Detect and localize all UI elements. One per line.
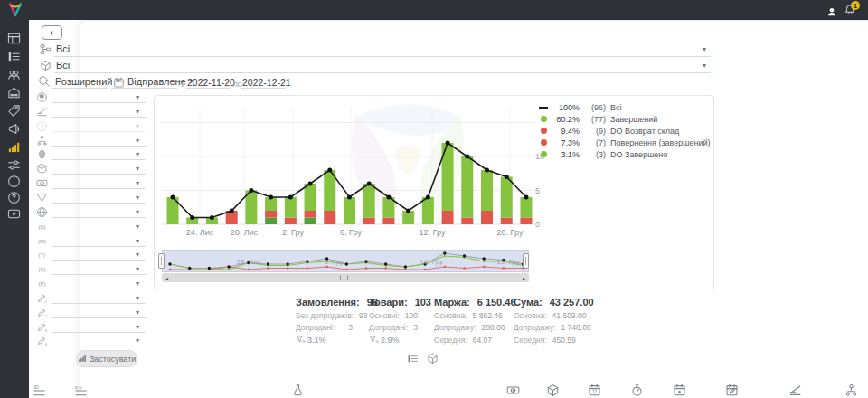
- notification-badge: 1: [851, 1, 860, 10]
- filter-row-pencil-3: 3▾: [34, 320, 147, 335]
- legend-dot-swatch: [538, 139, 549, 146]
- dashboard-icon[interactable]: [7, 32, 22, 46]
- filter-input-underline[interactable]: [52, 188, 146, 189]
- y-tick-label: 0: [535, 220, 540, 229]
- product-filter-value[interactable]: Всі: [56, 60, 70, 71]
- upsell-rate-icon: %: [369, 335, 379, 345]
- calendar-edit-icon[interactable]: [725, 384, 739, 397]
- chevron-down-icon[interactable]: ▾: [136, 324, 139, 331]
- search-mode-underline: [52, 88, 108, 89]
- chevron-down-icon[interactable]: ▾: [136, 166, 139, 173]
- announce-icon[interactable]: [7, 122, 22, 137]
- chevron-down-icon[interactable]: ▾: [136, 280, 139, 288]
- help-icon[interactable]: [7, 191, 22, 205]
- order-ids-icon[interactable]: ID: [33, 384, 46, 397]
- scroll-right-arrow[interactable]: ▸: [519, 273, 529, 282]
- chevron-down-icon[interactable]: ▾: [136, 194, 139, 202]
- stopwatch-icon[interactable]: [630, 384, 644, 397]
- filter-row-pencil-4: 4▾: [34, 334, 147, 348]
- info-icon[interactable]: [7, 175, 22, 189]
- chevron-down-icon[interactable]: ▾: [136, 309, 139, 317]
- settings-sliders-icon[interactable]: [7, 158, 22, 173]
- chevron-down-icon[interactable]: ▾: [136, 337, 139, 345]
- scrollbar-grip[interactable]: [340, 275, 351, 280]
- apply-button[interactable]: Застосувати: [76, 350, 137, 367]
- cube-icon[interactable]: [546, 384, 560, 397]
- filter-input-underline[interactable]: [52, 232, 146, 232]
- search-icon[interactable]: [38, 75, 51, 91]
- filter-input-underline[interactable]: [52, 146, 146, 147]
- filter-input-underline[interactable]: [52, 274, 146, 275]
- chevron-down-icon[interactable]: ▾: [136, 151, 139, 158]
- legend-item: 7.3%(7)Повернення (завершений): [538, 137, 711, 148]
- video-icon[interactable]: [7, 207, 22, 222]
- chevron-down-icon[interactable]: ▾: [136, 266, 139, 273]
- list-icon[interactable]: [407, 352, 419, 364]
- chevron-down-icon[interactable]: ▾: [136, 180, 139, 187]
- scroll-left-arrow[interactable]: ◂: [162, 273, 172, 282]
- filter-input-underline[interactable]: [52, 246, 146, 247]
- filter-row-brace-m: {M}▾: [34, 234, 147, 249]
- chevron-down-icon[interactable]: ▾: [703, 46, 706, 53]
- flask-icon[interactable]: [291, 384, 305, 397]
- calendar-number-icon[interactable]: 17: [588, 384, 601, 397]
- banknote-eye-icon[interactable]: [506, 384, 520, 397]
- svg-text:3: 3: [45, 327, 48, 332]
- user-icon[interactable]: [826, 5, 837, 21]
- chevron-down-icon[interactable]: ▾: [136, 251, 139, 259]
- filter-input-underline[interactable]: [52, 102, 146, 103]
- filter-input-underline[interactable]: [52, 317, 146, 318]
- stat-title-value: 103: [415, 297, 431, 308]
- filter-row-banknote-eye: ▾: [34, 176, 147, 191]
- filter-input-underline[interactable]: [52, 159, 146, 160]
- filter-row-question: ▾: [34, 119, 147, 134]
- filter-input-underline[interactable]: [52, 260, 146, 261]
- filter-input-underline[interactable]: [52, 131, 146, 132]
- customers-icon[interactable]: [7, 68, 22, 82]
- source-filter-value[interactable]: Всі: [56, 43, 70, 54]
- svg-text:2: 2: [45, 314, 48, 318]
- cube-icon[interactable]: [427, 352, 439, 364]
- filter-input-underline[interactable]: [52, 289, 146, 289]
- date-to-input[interactable]: 2022-12-21: [242, 77, 291, 88]
- source-filter-underline[interactable]: [54, 56, 711, 57]
- orders-list-icon[interactable]: [7, 50, 22, 64]
- play-button[interactable]: [42, 25, 62, 40]
- chevron-down-icon[interactable]: ▾: [136, 223, 139, 231]
- bar-16: [461, 156, 473, 224]
- price-tag-icon[interactable]: [7, 104, 22, 118]
- chevron-down-icon[interactable]: ▾: [136, 123, 139, 130]
- navigator-left-handle[interactable]: [158, 253, 165, 269]
- hierarchy-icon[interactable]: [844, 384, 858, 397]
- product-filter-underline[interactable]: [54, 72, 711, 73]
- filter-input-underline[interactable]: [52, 332, 146, 333]
- bar-6: [265, 197, 277, 224]
- chevron-down-icon[interactable]: ▾: [703, 62, 706, 70]
- filter-input-underline[interactable]: [52, 346, 146, 346]
- filter-input-underline[interactable]: [52, 203, 146, 204]
- chevron-down-icon[interactable]: ▾: [136, 295, 139, 302]
- chevron-down-icon[interactable]: ▾: [136, 109, 139, 116]
- filter-input-underline[interactable]: [52, 217, 146, 218]
- chevron-down-icon[interactable]: ▾: [136, 209, 139, 216]
- filter-input-underline[interactable]: [52, 174, 146, 175]
- chart-scrollbar[interactable]: ◂ ▸: [162, 273, 529, 282]
- chevron-down-icon[interactable]: ▾: [136, 94, 139, 101]
- date-from-input[interactable]: 2022-11-20: [187, 77, 235, 88]
- stat-sub-label: Середня:: [434, 336, 467, 345]
- analytics-icon[interactable]: [7, 140, 22, 155]
- chevron-down-icon[interactable]: ▾: [136, 137, 139, 145]
- warehouse-icon[interactable]: [7, 86, 22, 100]
- search-mode-dropdown[interactable]: Розширений ▾: [55, 76, 119, 87]
- legend-dot-swatch: [538, 151, 549, 157]
- navigator-right-handle[interactable]: [523, 253, 529, 269]
- filter-row-funnel-lines: ▾: [34, 105, 147, 119]
- filter-input-underline[interactable]: [52, 117, 146, 118]
- funnel-lines-icon[interactable]: [788, 384, 802, 397]
- date-range-navigator[interactable]: 28. Лис5. Гру12. Гру19. Гру: [162, 250, 529, 272]
- filter-input-underline[interactable]: [52, 303, 146, 304]
- stat-sub-row: Основна:5 862.46: [434, 311, 491, 320]
- product-ids-icon[interactable]: ID-o: [74, 384, 88, 397]
- chevron-down-icon[interactable]: ▾: [136, 238, 139, 245]
- calendar-dot-icon[interactable]: [673, 384, 686, 397]
